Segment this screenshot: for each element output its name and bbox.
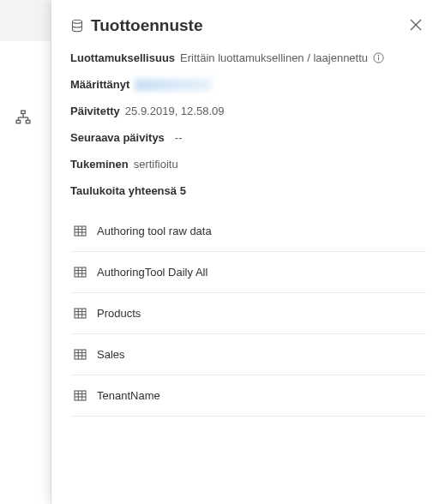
endorsement-row: Tukeminen sertifioitu	[70, 158, 426, 171]
next-update-value: --	[175, 131, 183, 144]
hierarchy-icon[interactable]	[15, 110, 31, 125]
defined-by-value-redacted	[135, 79, 212, 91]
svg-rect-28	[75, 350, 86, 359]
tables-list: Authoring tool raw data AuthoringTool Da…	[70, 207, 426, 417]
table-name: Products	[97, 307, 141, 320]
endorsement-label: Tukeminen	[70, 158, 129, 171]
panel-title: Tuottoennuste	[91, 16, 203, 35]
table-icon	[74, 225, 87, 237]
close-icon	[410, 19, 422, 33]
svg-rect-0	[21, 111, 26, 113]
updated-label: Päivitetty	[70, 105, 120, 117]
dataset-details-panel: Tuottoennuste Luottamuksellisuus Erittäi…	[51, 0, 445, 504]
table-name: AuthoringTool Daily All	[97, 266, 207, 279]
defined-by-row: Määrittänyt	[70, 78, 426, 91]
tables-total-label: Taulukoita yhteensä	[70, 184, 177, 197]
panel-header: Tuottoennuste	[70, 15, 426, 36]
table-row[interactable]: TenantName	[70, 375, 426, 417]
close-button[interactable]	[406, 15, 426, 36]
defined-by-label: Määrittänyt	[70, 78, 129, 91]
info-icon[interactable]	[373, 52, 384, 63]
svg-point-7	[73, 20, 82, 23]
left-nav-top-bar	[0, 0, 51, 41]
table-icon	[74, 389, 87, 402]
svg-rect-13	[75, 226, 86, 236]
svg-rect-33	[75, 391, 86, 400]
next-update-row: Seuraava päivitys --	[70, 131, 426, 144]
next-update-label: Seuraava päivitys	[70, 131, 165, 144]
table-name: Sales	[97, 348, 125, 361]
svg-rect-18	[75, 267, 86, 277]
updated-value: 25.9.2019, 12.58.09	[125, 105, 225, 117]
updated-row: Päivitetty 25.9.2019, 12.58.09	[70, 105, 426, 117]
table-row[interactable]: Authoring tool raw data	[70, 207, 426, 252]
table-icon	[74, 348, 87, 361]
dataset-icon	[70, 19, 84, 33]
table-name: TenantName	[97, 389, 160, 402]
svg-rect-1	[16, 120, 21, 123]
svg-rect-2	[26, 120, 30, 123]
panel-title-wrap: Tuottoennuste	[70, 16, 203, 35]
table-row[interactable]: AuthoringTool Daily All	[70, 252, 426, 293]
svg-point-12	[378, 55, 379, 56]
table-icon	[74, 307, 87, 320]
sensitivity-value: Erittäin luottamuksellinen / laajennettu	[180, 51, 368, 64]
table-row[interactable]: Sales	[70, 334, 426, 375]
sensitivity-label: Luottamuksellisuus	[70, 51, 175, 64]
endorsement-value: sertifioitu	[134, 158, 178, 171]
table-name: Authoring tool raw data	[97, 225, 212, 237]
tables-total-count: 5	[180, 184, 186, 197]
table-icon	[74, 266, 87, 279]
sensitivity-row: Luottamuksellisuus Erittäin luottamuksel…	[70, 51, 426, 64]
left-nav-strip	[0, 0, 51, 504]
table-row[interactable]: Products	[70, 293, 426, 334]
tables-total-header: Taulukoita yhteensä 5	[70, 184, 426, 197]
svg-rect-23	[75, 309, 86, 318]
